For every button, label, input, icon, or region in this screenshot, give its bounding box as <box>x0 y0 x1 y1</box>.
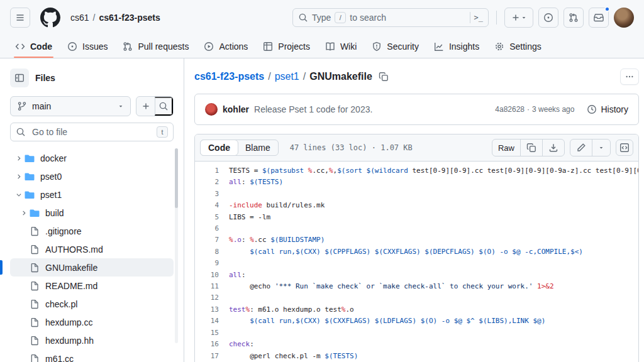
code-line-8[interactable]: 8 $(call run,$(CXX) $(CPPFLAGS) $(CXXFLA… <box>195 246 638 258</box>
tab-blame[interactable]: Blame <box>238 140 278 155</box>
edit-group <box>570 139 611 156</box>
search-tree-button[interactable] <box>155 97 173 116</box>
history-button[interactable]: History <box>587 104 628 114</box>
line-number[interactable]: 11 <box>195 281 229 292</box>
tab-code[interactable]: Code <box>200 140 238 156</box>
code-line-7[interactable]: 7%.o: %.cc $(BUILDSTAMP) <box>195 234 638 246</box>
go-to-file-input[interactable] <box>31 126 152 138</box>
issues-dashboard-button[interactable] <box>538 8 558 28</box>
code-line-10[interactable]: 10all: <box>195 270 638 281</box>
line-number[interactable]: 4 <box>195 200 229 211</box>
tab-pull-requests[interactable]: Pull requests <box>118 35 194 58</box>
code-line-11[interactable]: 11 @echo '*** Run `make check` or `make … <box>195 281 638 292</box>
kebab-horizontal-icon <box>625 72 634 81</box>
tab-issues[interactable]: Issues <box>62 35 113 58</box>
line-number[interactable]: 9 <box>195 258 229 269</box>
github-logo-icon[interactable] <box>40 8 60 28</box>
tree-folder-docker[interactable]: docker <box>10 149 174 167</box>
copy-icon <box>379 72 389 82</box>
tree-file-gnumakefile[interactable]: GNUmakefile <box>10 258 174 277</box>
code-line-14[interactable]: 14 $(call run,$(CXX) $(CXXFLAGS) $(LDFLA… <box>195 315 638 327</box>
copy-path-button[interactable] <box>379 72 389 82</box>
copy-raw-button[interactable] <box>520 140 542 156</box>
tree-folder-build[interactable]: build <box>10 204 174 222</box>
tree-file--gitignore[interactable]: .gitignore <box>10 222 174 240</box>
folder-icon <box>25 172 35 182</box>
chevron-down-icon <box>13 191 25 199</box>
code-line-6[interactable]: 6 <box>195 223 638 234</box>
pr-icon <box>123 41 133 52</box>
breadcrumb-dir-link[interactable]: pset1 <box>275 71 299 82</box>
hamburger-menu-button[interactable] <box>10 8 30 28</box>
tab-settings[interactable]: Settings <box>489 35 547 58</box>
tab-security[interactable]: Security <box>367 35 424 58</box>
tree-item-label: GNUmakefile <box>45 263 97 273</box>
code-line-4[interactable]: 4-include build/rules.mk <box>195 200 638 211</box>
tab-label: Actions <box>219 41 248 52</box>
line-number[interactable]: 7 <box>195 234 229 246</box>
tree-folder-pset0[interactable]: pset0 <box>10 167 174 185</box>
new-file-button[interactable] <box>136 97 155 116</box>
line-number[interactable]: 2 <box>195 177 229 188</box>
commit-sha-link[interactable]: 4a82628 <box>495 105 525 114</box>
tree-file-readme-md[interactable]: README.md <box>10 277 174 295</box>
pull-requests-dashboard-button[interactable] <box>564 8 584 28</box>
raw-button[interactable]: Raw <box>492 140 520 156</box>
symbols-panel-button[interactable] <box>616 140 633 156</box>
download-button[interactable] <box>542 140 564 156</box>
global-search-input[interactable]: Type / to search >_ <box>292 8 489 27</box>
code-viewer[interactable]: 1TESTS = $(patsubst %.cc,%,$(sort $(wild… <box>195 162 638 362</box>
edit-dropdown-button[interactable] <box>592 140 610 156</box>
code-line-12[interactable]: 12 <box>195 292 638 304</box>
commit-author-avatar[interactable] <box>205 103 218 116</box>
line-number[interactable]: 15 <box>195 327 229 339</box>
tab-actions[interactable]: Actions <box>199 35 253 58</box>
code-line-15[interactable]: 15 <box>195 327 638 339</box>
tree-file-m61-cc[interactable]: m61.cc <box>10 349 174 362</box>
create-new-button[interactable] <box>504 8 533 28</box>
org-link[interactable]: cs61 <box>70 13 89 23</box>
line-number[interactable]: 13 <box>195 304 229 315</box>
command-palette-icon[interactable]: >_ <box>474 13 483 22</box>
commit-author-name[interactable]: kohler <box>223 104 249 114</box>
line-number[interactable]: 17 <box>195 351 229 362</box>
user-avatar[interactable] <box>614 8 634 28</box>
line-number[interactable]: 16 <box>195 339 229 350</box>
line-number[interactable]: 3 <box>195 189 229 200</box>
code-line-1[interactable]: 1TESTS = $(patsubst %.cc,%,$(sort $(wild… <box>195 165 638 177</box>
tree-folder-pset1[interactable]: pset1 <box>10 185 174 204</box>
breadcrumb-repo-link[interactable]: cs61-f23-psets <box>194 71 264 82</box>
search-divider <box>470 12 470 23</box>
edit-file-button[interactable] <box>570 140 592 156</box>
tab-projects[interactable]: Projects <box>258 35 315 58</box>
tree-file-hexdump-cc[interactable]: hexdump.cc <box>10 313 174 331</box>
branch-selector[interactable]: main <box>10 96 131 116</box>
code-line-16[interactable]: 16check: <box>195 339 638 350</box>
line-number[interactable]: 12 <box>195 292 229 304</box>
code-line-17[interactable]: 17 @perl check.pl -m $(TESTS) <box>195 351 638 362</box>
breadcrumb-separator: / <box>303 71 306 82</box>
code-line-5[interactable]: 5LIBS = -lm <box>195 212 638 223</box>
line-number[interactable]: 5 <box>195 212 229 223</box>
line-number[interactable]: 6 <box>195 223 229 234</box>
code-line-13[interactable]: 13test%: m61.o hexdump.o test%.o <box>195 304 638 315</box>
tab-insights[interactable]: Insights <box>429 35 484 58</box>
repo-link[interactable]: cs61-f23-psets <box>99 13 160 23</box>
line-number[interactable]: 8 <box>195 246 229 258</box>
collapse-sidebar-button[interactable] <box>10 69 29 87</box>
code-line-2[interactable]: 2all: $(TESTS) <box>195 177 638 188</box>
inbox-notifications-button[interactable] <box>589 8 609 28</box>
tree-file-hexdump-hh[interactable]: hexdump.hh <box>10 331 174 349</box>
code-line-9[interactable]: 9 <box>195 258 638 269</box>
file-options-kebab-button[interactable] <box>620 69 639 85</box>
code-line-3[interactable]: 3 <box>195 189 638 200</box>
tab-code[interactable]: Code <box>10 35 57 58</box>
line-number[interactable]: 10 <box>195 270 229 281</box>
line-number[interactable]: 14 <box>195 315 229 327</box>
line-number[interactable]: 1 <box>195 165 229 177</box>
tree-file-check-pl[interactable]: check.pl <box>10 295 174 313</box>
tab-wiki[interactable]: Wiki <box>320 35 362 58</box>
sidebar-scrollbar-thumb[interactable] <box>175 148 178 208</box>
commit-message[interactable]: Release Pset 1 code for 2023. <box>254 104 372 114</box>
tree-file-authors-md[interactable]: AUTHORS.md <box>10 240 174 258</box>
